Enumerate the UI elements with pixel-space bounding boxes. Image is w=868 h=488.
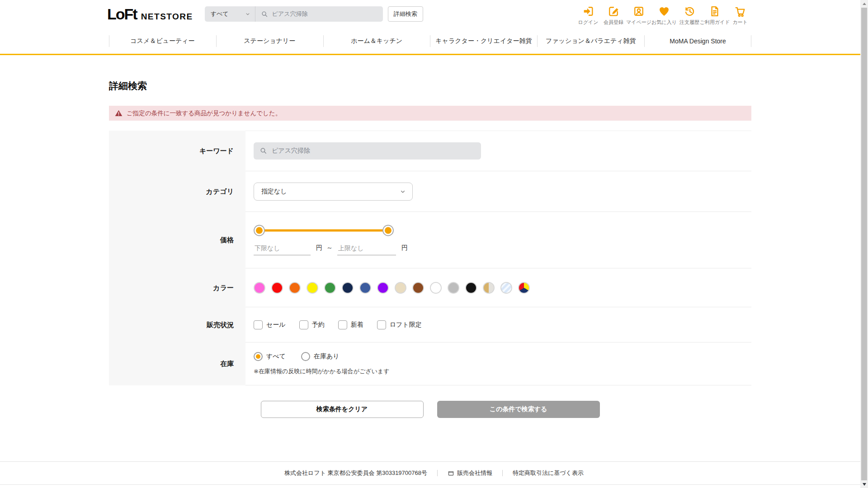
quick-link-label: お気に入り <box>651 19 677 26</box>
order-history-link[interactable]: 注文履歴 <box>678 5 701 26</box>
nav-item-fashion-variety[interactable]: ファッション＆バラエティ雑貨 <box>537 28 644 54</box>
color-swatch-orange[interactable] <box>289 282 301 294</box>
quick-link-label: カート <box>732 19 748 26</box>
category-label: カテゴリ <box>109 171 245 212</box>
color-swatch-gold-silver[interactable] <box>483 282 495 294</box>
register-icon <box>607 5 620 18</box>
color-swatch-brown[interactable] <box>412 282 424 294</box>
clear-conditions-button[interactable]: 検索条件をクリア <box>261 401 424 418</box>
color-swatch-multicolor[interactable] <box>518 282 530 294</box>
slider-handle-min[interactable] <box>256 227 263 234</box>
keyword-input[interactable] <box>272 147 466 155</box>
color-swatch-blue[interactable] <box>359 282 371 294</box>
nav-item-moma[interactable]: MoMA Design Store <box>644 28 751 54</box>
quick-link-label: ログイン <box>578 19 598 26</box>
footer-company-text: 株式会社ロフト 東京都公安委員会 第303319700768号 <box>284 469 427 477</box>
slider-handle-max[interactable] <box>385 227 392 234</box>
form-row-price: 価格 円 ～ 円 <box>109 212 751 268</box>
price-range-slider[interactable] <box>254 225 394 236</box>
footer-link-company-info[interactable]: 販売会社情報 <box>448 469 492 477</box>
nav-item-cosmetics[interactable]: コスメ＆ビューティー <box>109 28 216 54</box>
footer-link-commerce-law[interactable]: 特定商取引法に基づく表示 <box>513 469 584 477</box>
guide-link[interactable]: ご利用ガイド <box>703 5 726 26</box>
color-swatch-red[interactable] <box>271 282 283 294</box>
login-icon <box>582 5 594 18</box>
color-swatch-purple[interactable] <box>377 282 389 294</box>
radio-selected-icon[interactable] <box>254 352 263 361</box>
search-category-value: すべて <box>211 10 229 18</box>
color-label: カラー <box>109 268 245 307</box>
range-separator: ～ <box>326 244 333 252</box>
checkbox-label: セール <box>266 321 286 329</box>
nav-item-character-goods[interactable]: キャラクター・クリエイター雑貨 <box>430 28 537 54</box>
color-swatch-navy[interactable] <box>342 282 354 294</box>
sales-option-loft-limited[interactable]: ロフト限定 <box>377 320 422 329</box>
sales-option-preorder[interactable]: 予約 <box>299 320 325 329</box>
register-link[interactable]: 会員登録 <box>602 5 625 26</box>
search-input[interactable] <box>272 11 372 18</box>
color-swatch-beige[interactable] <box>395 282 406 294</box>
scroll-up-button[interactable] <box>860 0 868 8</box>
sales-option-new[interactable]: 新着 <box>338 320 363 329</box>
stock-options: すべて 在庫あり <box>254 352 340 361</box>
checkbox-icon[interactable] <box>338 320 347 329</box>
color-swatch-clear[interactable] <box>500 282 512 294</box>
color-swatch-yellow[interactable] <box>307 282 318 294</box>
scroll-down-button[interactable] <box>860 480 868 488</box>
form-row-category: カテゴリ 指定なし <box>109 171 751 212</box>
search-icon <box>261 10 269 18</box>
color-swatch-pink[interactable] <box>254 282 265 294</box>
color-swatch-black[interactable] <box>465 282 477 294</box>
mypage-link[interactable]: マイページ <box>627 5 651 26</box>
loft-logo[interactable]: LoFt NETSTORE <box>107 5 193 23</box>
checkbox-label: ロフト限定 <box>390 321 422 329</box>
footer-divider <box>502 470 503 476</box>
sales-status-label: 販売状況 <box>109 307 245 343</box>
footer: 株式会社ロフト 東京都公安委員会 第303319700768号 販売会社情報 特… <box>0 461 868 485</box>
advanced-search-button[interactable]: 詳細検索 <box>388 6 423 22</box>
cart-link[interactable]: カート <box>728 5 752 26</box>
form-row-color: カラー <box>109 268 751 307</box>
form-row-keyword: キーワード <box>109 131 751 171</box>
warning-icon <box>115 109 123 117</box>
stock-option-in-stock[interactable]: 在庫あり <box>301 352 340 361</box>
scrollbar-thumb[interactable] <box>861 8 867 480</box>
radio-unselected-icon[interactable] <box>301 352 310 361</box>
color-swatch-white[interactable] <box>430 282 442 294</box>
search-category-select[interactable]: すべて <box>205 6 255 22</box>
stock-option-all[interactable]: すべて <box>254 352 286 361</box>
sales-option-sale[interactable]: セール <box>254 320 286 329</box>
favorites-link[interactable]: お気に入り <box>652 5 676 26</box>
search-input-wrap <box>255 10 383 18</box>
header-search: すべて 詳細検索 <box>205 6 423 22</box>
checkbox-icon[interactable] <box>299 320 308 329</box>
advanced-search-form: キーワード カテゴリ 指定なし 価格 <box>109 131 751 385</box>
color-swatch-green[interactable] <box>324 282 336 294</box>
footer-divider <box>437 470 438 476</box>
no-results-banner: ご指定の条件に一致する商品が見つかりませんでした。 <box>109 106 751 121</box>
price-max-input[interactable] <box>337 244 396 255</box>
keyword-field[interactable] <box>254 142 481 160</box>
form-row-stock: 在庫 すべて 在庫あり ※在庫情報の反映に時間がかかる場合がございます <box>109 343 751 385</box>
mypage-icon <box>632 5 645 18</box>
nav-item-home-kitchen[interactable]: ホーム＆キッチン <box>323 28 430 54</box>
category-select-value: 指定なし <box>261 188 287 196</box>
search-icon <box>259 147 268 155</box>
color-swatch-gray[interactable] <box>448 282 459 294</box>
search-with-conditions-button[interactable]: この条件で検索する <box>437 401 600 418</box>
radio-label: 在庫あり <box>314 352 340 361</box>
category-select[interactable]: 指定なし <box>254 183 413 201</box>
page-scrollbar[interactable] <box>860 0 868 488</box>
page-title: 詳細検索 <box>109 80 751 92</box>
checkbox-icon[interactable] <box>377 320 386 329</box>
price-min-input[interactable] <box>254 244 311 255</box>
cart-icon <box>734 5 746 18</box>
main-content: 詳細検索 ご指定の条件に一致する商品が見つかりませんでした。 キーワード カテゴ… <box>109 80 751 418</box>
quick-link-label: ご利用ガイド <box>699 19 730 26</box>
chevron-down-icon <box>399 188 406 195</box>
checkbox-icon[interactable] <box>254 320 263 329</box>
login-link[interactable]: ログイン <box>576 5 600 26</box>
nav-item-stationery[interactable]: ステーショナリー <box>216 28 323 54</box>
arrow-up-icon <box>863 3 866 5</box>
footer-link-label: 販売会社情報 <box>457 469 492 477</box>
